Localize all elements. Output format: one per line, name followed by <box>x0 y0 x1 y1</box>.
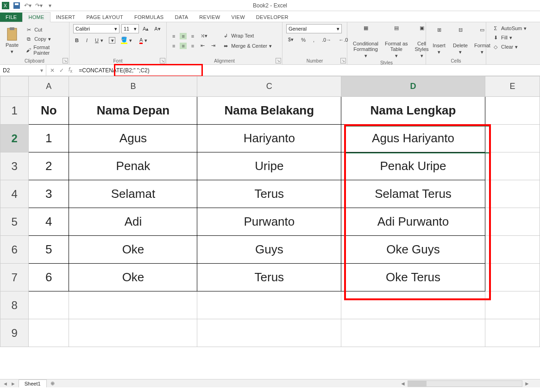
align-right-icon[interactable]: ≡ <box>189 43 196 49</box>
name-box[interactable]: D2▾ <box>0 65 46 76</box>
bold-button[interactable]: B <box>73 37 81 44</box>
cell-a5[interactable]: 4 <box>29 208 69 236</box>
delete-cells-button[interactable]: ⊟Delete▾ <box>451 26 470 56</box>
fill-color-button[interactable]: 🪣▾ <box>119 36 134 44</box>
cell-a9[interactable] <box>29 319 69 347</box>
cell-d8[interactable] <box>341 291 485 319</box>
tab-insert[interactable]: INSERT <box>50 13 81 22</box>
cell-a1[interactable]: No <box>29 97 69 125</box>
copy-button[interactable]: ⧉Copy▾ <box>23 35 65 43</box>
cell-d4[interactable]: Selamat Terus <box>341 180 485 208</box>
col-header-c[interactable]: C <box>197 76 341 97</box>
number-format-select[interactable]: General▾ <box>286 24 342 33</box>
col-header-e[interactable]: E <box>485 76 540 97</box>
row-header-1[interactable]: 1 <box>0 97 29 125</box>
col-header-d[interactable]: D <box>341 76 485 97</box>
row-header-8[interactable]: 8 <box>0 291 29 319</box>
align-center-icon[interactable]: ≡ <box>180 43 186 49</box>
tab-page-layout[interactable]: PAGE LAYOUT <box>81 13 129 22</box>
number-launcher[interactable]: ↘ <box>340 58 346 63</box>
cell-b4[interactable]: Selamat <box>69 180 197 208</box>
autosum-button[interactable]: ΣAutoSum▾ <box>490 24 528 32</box>
cell-d7[interactable]: Oke Terus <box>341 264 485 291</box>
merge-center-button[interactable]: ⬌Merge & Center▾ <box>220 42 274 50</box>
row-header-6[interactable]: 6 <box>0 236 29 264</box>
cell-a7[interactable]: 6 <box>29 264 69 291</box>
qat-customize-icon[interactable]: ▾ <box>46 2 54 9</box>
cell-c7[interactable]: Terus <box>197 264 341 291</box>
cell-b8[interactable] <box>69 291 197 319</box>
cancel-formula-icon[interactable]: ✕ <box>50 67 55 74</box>
sheet-nav-prev-icon[interactable]: ◄ <box>3 381 8 386</box>
cell-e5[interactable] <box>485 208 540 236</box>
cell-a6[interactable]: 5 <box>29 236 69 264</box>
clipboard-launcher[interactable]: ↘ <box>63 58 68 63</box>
format-as-table-button[interactable]: ▤Format as Table▾ <box>383 24 410 59</box>
add-sheet-button[interactable]: ⊕ <box>47 380 58 386</box>
paste-button[interactable]: Paste▾ <box>4 26 20 55</box>
cell-a3[interactable]: 2 <box>29 152 69 180</box>
tab-data[interactable]: DATA <box>169 13 194 22</box>
cell-b1[interactable]: Nama Depan <box>69 97 197 125</box>
decrease-font-icon[interactable]: A▾ <box>152 25 162 32</box>
font-color-button[interactable]: A▾ <box>138 37 149 44</box>
tab-home[interactable]: HOME <box>22 12 50 22</box>
spreadsheet-grid[interactable]: A B C D E 1 No Nama Depan Nama Belakang … <box>0 76 540 379</box>
cell-e4[interactable] <box>485 180 540 208</box>
cell-c6[interactable]: Guys <box>197 236 341 264</box>
select-all-corner[interactable] <box>0 76 29 97</box>
tab-file[interactable]: FILE <box>0 13 22 22</box>
cell-b6[interactable]: Oke <box>69 236 197 264</box>
cell-b3[interactable]: Penak <box>69 152 197 180</box>
increase-indent-icon[interactable]: ⇥ <box>209 42 217 49</box>
cut-button[interactable]: ✂Cut <box>23 25 65 34</box>
formula-input[interactable]: =CONCATENATE(B2;" ";C2) <box>76 65 540 76</box>
cell-e7[interactable] <box>485 264 540 291</box>
cell-a2[interactable]: 1 <box>29 125 69 152</box>
format-painter-button[interactable]: 🖌Format Painter <box>23 44 65 56</box>
font-launcher[interactable]: ↘ <box>160 58 165 63</box>
cell-d1[interactable]: Nama Lengkap <box>341 97 485 125</box>
cell-e6[interactable] <box>485 236 540 264</box>
fill-button[interactable]: ⬇Fill▾ <box>490 33 514 42</box>
font-name-select[interactable]: Calibri▾ <box>73 24 119 33</box>
cell-c8[interactable] <box>197 291 341 319</box>
percent-icon[interactable]: % <box>299 37 308 43</box>
increase-font-icon[interactable]: A▴ <box>141 25 151 32</box>
cell-c9[interactable] <box>197 319 341 347</box>
underline-button[interactable]: U▾ <box>93 37 105 44</box>
cell-d5[interactable]: Adi Purwanto <box>341 208 485 236</box>
align-top-icon[interactable]: ≡ <box>170 33 177 39</box>
orientation-icon[interactable]: ⤭▾ <box>199 32 209 39</box>
cell-b9[interactable] <box>69 319 197 347</box>
cell-d9[interactable] <box>341 319 485 347</box>
wrap-text-button[interactable]: ↲Wrap Text <box>220 32 274 40</box>
cell-a8[interactable] <box>29 291 69 319</box>
align-left-icon[interactable]: ≡ <box>170 43 177 49</box>
cell-b7[interactable]: Oke <box>69 264 197 291</box>
sheet-nav-next-icon[interactable]: ► <box>11 381 16 386</box>
row-header-9[interactable]: 9 <box>0 319 29 347</box>
tab-developer[interactable]: DEVELOPER <box>251 13 294 22</box>
fx-icon[interactable]: fx <box>69 66 72 74</box>
cell-b2[interactable]: Agus <box>69 125 197 152</box>
cell-e1[interactable] <box>485 97 540 125</box>
insert-cells-button[interactable]: ⊞Insert▾ <box>430 26 448 56</box>
cell-e3[interactable] <box>485 152 540 180</box>
cell-c3[interactable]: Uripe <box>197 152 341 180</box>
italic-button[interactable]: I <box>84 37 89 44</box>
sheet-tab-1[interactable]: Sheet1 <box>19 379 47 387</box>
cell-a4[interactable]: 3 <box>29 180 69 208</box>
cell-c2[interactable]: Hariyanto <box>197 125 341 152</box>
accept-formula-icon[interactable]: ✓ <box>59 67 64 74</box>
increase-decimal-icon[interactable]: .0→ <box>320 37 333 43</box>
cell-d6[interactable]: Oke Guys <box>341 236 485 264</box>
conditional-formatting-button[interactable]: ▦Conditional Formatting▾ <box>351 24 380 59</box>
col-header-a[interactable]: A <box>29 76 69 97</box>
alignment-launcher[interactable]: ↘ <box>276 58 281 63</box>
row-header-4[interactable]: 4 <box>0 180 29 208</box>
cell-d2[interactable]: Agus Hariyanto <box>341 125 485 152</box>
clear-button[interactable]: ◇Clear▾ <box>490 43 520 51</box>
borders-button[interactable]: ▾ <box>109 37 115 44</box>
font-size-select[interactable]: 11▾ <box>121 24 139 33</box>
